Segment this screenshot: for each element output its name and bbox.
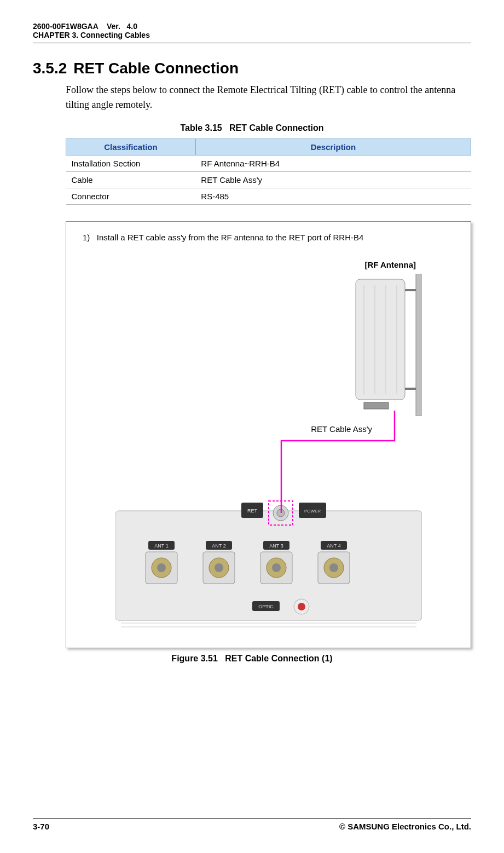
port-label-ant2: ANT 2 [212,543,225,549]
figure-step: 1) Install a RET cable ass'y from the RF… [83,233,454,242]
svg-rect-0 [416,274,421,416]
spec-table: Classification Description Installation … [66,139,471,205]
copyright-text: © SAMSUNG Electronics Co., Ltd. [339,822,471,831]
device-image: RET POWER ANT 1 ANT 2 [115,494,422,631]
antenna-label: [RF Antenna] [364,260,416,269]
table-col-classification: Classification [66,139,196,155]
antenna-image [334,274,432,416]
table-header-row: Classification Description [66,139,471,155]
section-title: RET Cable Connection [73,60,239,77]
table-cell: RS-485 [195,188,471,205]
svg-point-24 [215,563,223,572]
port-label-ant1: ANT 1 [154,543,168,549]
table-cell: RET Cable Ass'y [195,172,471,188]
page-footer: 3-70 © SAMSUNG Electronics Co., Ltd. [33,818,471,831]
port-label-ret: RET [247,508,258,514]
table-col-description: Description [195,139,471,155]
ver-label: Ver. [107,22,120,31]
port-label-power: POWER [304,509,321,514]
section-paragraph: Follow the steps below to connect the Re… [66,83,471,112]
figure-step-text: Install a RET cable ass'y from the RF an… [97,233,364,242]
figure-box: 1) Install a RET cable ass'y from the RF… [66,221,471,648]
table-cell: Installation Section [66,155,196,172]
figure-caption: Figure 3.51 RET Cable Connection (1) [33,654,471,664]
table-row: Connector RS-485 [66,188,471,205]
figure-caption-label: Figure 3.51 [171,654,217,663]
header-rule [33,43,471,43]
table-caption-title: RET Cable Connection [229,123,323,132]
page-number: 3-70 [33,822,49,831]
cable-label: RET Cable Ass'y [311,424,372,434]
svg-point-20 [157,563,166,572]
ver-value: 4.0 [126,22,137,31]
chapter-title: CHAPTER 3. Connecting Cables [33,31,471,39]
svg-rect-1 [356,279,405,400]
table-caption-label: Table 3.15 [181,123,222,132]
table-cell: Cable [66,172,196,188]
port-label-optic: OPTIC [258,604,274,609]
footer-rule [33,818,471,819]
table-row: Cable RET Cable Ass'y [66,172,471,188]
section-number: 3.5.2 [33,60,67,77]
table-cell: RF Antenna~RRH-B4 [195,155,471,172]
figure-caption-title: RET Cable Connection (1) [225,654,332,663]
section-heading: 3.5.2RET Cable Connection [33,60,471,77]
svg-point-15 [277,509,285,517]
doc-id: 2600-00F1W8GAA [33,22,98,31]
table-cell: Connector [66,188,196,205]
figure-step-number: 1) [83,233,90,242]
svg-point-28 [272,563,281,572]
port-label-ant3: ANT 3 [269,543,283,549]
table-row: Installation Section RF Antenna~RRH-B4 [66,155,471,172]
doc-header: 2600-00F1W8GAA Ver. 4.0 [33,22,471,31]
port-label-ant4: ANT 4 [327,543,340,549]
table-caption: Table 3.15 RET Cable Connection [33,123,471,133]
svg-point-32 [329,563,338,572]
svg-point-35 [298,603,305,610]
svg-rect-6 [364,402,389,409]
